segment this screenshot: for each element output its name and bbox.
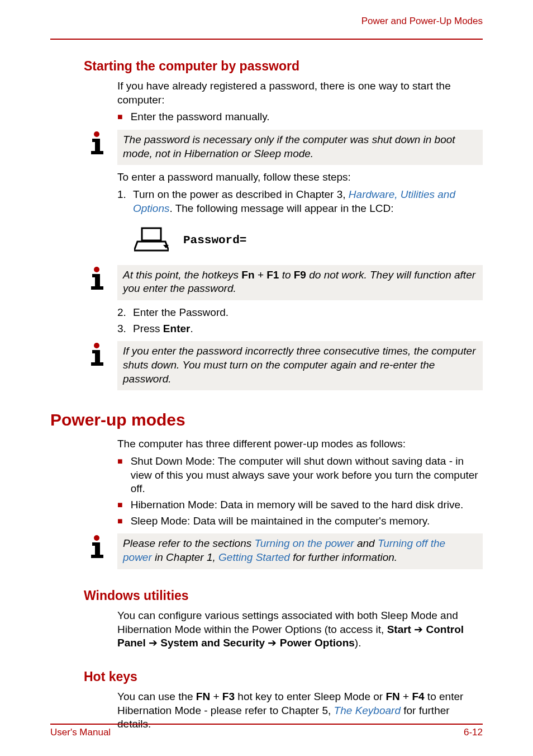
powerup-block: The computer has three different power-u… [117,437,483,528]
svg-rect-7 [91,286,103,290]
link-getting-started[interactable]: Getting Started [218,551,290,563]
text: to [279,269,293,281]
list-item: 1. Turn on the power as described in Cha… [117,188,483,215]
ordered-list-1: 1. Turn on the power as described in Cha… [117,188,483,215]
step-number: 1. [117,188,133,202]
text: + [255,269,267,281]
note-callout-2: At this point, the hotkeys Fn + F1 to F9… [84,265,483,300]
step-content: Enter the Password. [133,306,229,320]
note-callout-4: Please refer to the sections Turning on … [84,533,483,569]
step-number: 2. [117,306,133,320]
note-callout-3: If you enter the password incorrectly th… [84,341,483,390]
windows-utilities-block: You can configure various settings assoc… [117,609,483,650]
svg-rect-6 [95,274,100,286]
running-header: Power and Power-Up Modes [50,16,483,29]
note-text-4: Please refer to the sections Turning on … [117,533,483,569]
heading-power-up-modes: Power-up modes [50,410,483,429]
ordered-list-2: 2. Enter the Password. 3. Press Enter. [117,306,483,336]
step-content: Press Enter. [133,322,193,336]
info-icon [84,533,113,561]
svg-point-0 [94,131,99,137]
para-steps-intro: To enter a password manually, follow the… [117,171,483,185]
text: . The following message will appear in t… [169,202,393,214]
laptop-icon [134,226,169,255]
text: and [354,537,378,549]
list-item: Hibernation Mode: Data in memory will be… [117,498,483,512]
key-f9: F9 [294,269,306,281]
text: in Chapter 1, [152,551,218,563]
link-turning-on-power[interactable]: Turning on the power [255,537,354,549]
svg-rect-15 [91,555,103,558]
note-text-1: The password is necessary only if the co… [117,130,483,165]
svg-point-4 [94,267,99,272]
list-item: Enter the password manually. [117,110,483,124]
note-text-3: If you enter the password incorrectly th… [117,341,483,390]
svg-point-8 [94,343,99,348]
password-prompt-row: Password= [134,226,483,255]
arrow-icon: ➔ [411,623,426,635]
list-item: Sleep Mode: Data will be maintained in t… [117,514,483,528]
header-rule [50,39,483,40]
text: for further information. [290,551,397,563]
key-f4: F4 [412,691,424,702]
text: + [400,691,412,702]
key-fn: Fn [241,269,254,281]
text: + [210,691,222,702]
step-content: Turn on the power as described in Chapte… [133,188,483,215]
text: Turn on the power as described in Chapte… [133,188,349,200]
note-callout-1: The password is necessary only if the co… [84,130,483,165]
heading-hot-keys: Hot keys [84,669,483,684]
svg-rect-11 [91,362,103,366]
bullet-list-1: Enter the password manually. [117,110,483,124]
text: hot key to enter Sleep Mode or [235,691,386,702]
heading-starting-by-password: Starting the computer by password [84,59,483,74]
intro-text: If you have already registered a passwor… [117,79,483,107]
info-icon [84,341,113,369]
note-text-2: At this point, the hotkeys Fn + F1 to F9… [117,265,483,300]
svg-rect-3 [91,151,103,154]
path-power-options: Power Options [280,637,355,649]
svg-point-12 [94,535,99,541]
page-footer: User's Manual 6-12 [50,724,483,738]
path-start: Start [387,623,411,635]
text: Press [133,323,163,334]
step-number: 3. [117,322,133,336]
footer-manual-label: User's Manual [50,727,111,738]
text: At this point, the hotkeys [123,269,241,281]
list-item: Shut Down Mode: The computer will shut d… [117,455,483,496]
bullet-text: Sleep Mode: Data will be maintained in t… [131,514,430,528]
steps-block: To enter a password manually, follow the… [117,171,483,215]
footer-page-number: 6-12 [464,727,483,738]
bullet-text: Hibernation Mode: Data in memory will be… [131,498,464,512]
bullet-text: Shut Down Mode: The computer will shut d… [131,455,483,496]
list-item: 3. Press Enter. [117,322,483,336]
steps-block-2: 2. Enter the Password. 3. Press Enter. [117,306,483,336]
key-fn: FN [196,691,210,702]
link-the-keyboard[interactable]: The Keyboard [334,705,401,716]
password-prompt-text: Password= [183,234,246,247]
key-f1: F1 [266,269,279,281]
text: You can use the [117,691,196,702]
powerup-intro: The computer has three different power-u… [117,437,483,451]
bullet-list-2: Shut Down Mode: The computer will shut d… [117,455,483,528]
text: . [190,323,193,334]
key-enter: Enter [163,323,191,334]
svg-rect-2 [95,139,100,151]
bullet-text: Enter the password manually. [131,110,270,124]
text: Please refer to the sections [123,537,255,549]
key-f3: F3 [222,691,235,702]
page-root: Power and Power-Up Modes Starting the co… [0,0,533,756]
windows-utilities-text: You can configure various settings assoc… [117,609,483,650]
svg-rect-14 [95,542,100,555]
heading-windows-utilities: Windows utilities [84,588,483,603]
text: ). [355,637,361,649]
arrow-icon: ➔ [146,637,161,649]
arrow-icon: ➔ [265,637,280,649]
intro-block: If you have already registered a passwor… [117,79,483,124]
svg-rect-10 [95,350,100,362]
info-icon [84,265,113,293]
key-fn: FN [386,691,399,702]
path-system-security: System and Security [160,637,265,649]
list-item: 2. Enter the Password. [117,306,483,320]
info-icon [84,130,113,158]
